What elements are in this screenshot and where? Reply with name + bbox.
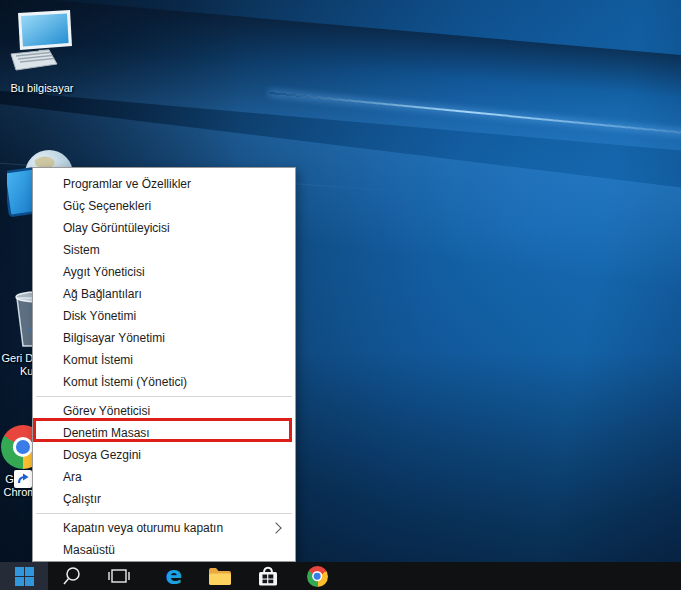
menu-item-command-prompt-admin[interactable]: Komut İstemi (Yönetici)	[33, 371, 295, 393]
menu-item-computer-management[interactable]: Bilgisayar Yönetimi	[33, 327, 295, 349]
menu-item-label: Programlar ve Özellikler	[63, 177, 191, 191]
menu-item-disk-management[interactable]: Disk Yönetimi	[33, 305, 295, 327]
menu-item-label: Sistem	[63, 243, 100, 257]
file-explorer-button[interactable]	[204, 562, 236, 590]
edge-icon: e	[166, 563, 183, 588]
menu-item-search[interactable]: Ara	[33, 466, 295, 488]
menu-item-label: Disk Yönetimi	[63, 309, 136, 323]
menu-item-label: Dosya Gezgini	[63, 448, 141, 462]
menu-item-label: Denetim Masası	[63, 426, 150, 440]
menu-item-label: Kapatın veya oturumu kapatın	[63, 521, 223, 535]
menu-item-system[interactable]: Sistem	[33, 239, 295, 261]
menu-item-label: Görev Yöneticisi	[63, 404, 150, 418]
chrome-button[interactable]	[301, 562, 333, 590]
menu-item-label: Güç Seçenekleri	[63, 199, 151, 213]
store-bag-icon	[256, 565, 280, 587]
chrome-icon	[307, 566, 328, 587]
wallpaper-light-streak	[270, 92, 681, 136]
menu-item-network-connections[interactable]: Ağ Bağlantıları	[33, 283, 295, 305]
menu-item-label: Komut İstemi	[63, 353, 133, 367]
shortcut-arrow-icon	[14, 470, 32, 488]
menu-item-event-viewer[interactable]: Olay Görüntüleyicisi	[33, 217, 295, 239]
search-button[interactable]	[56, 562, 88, 590]
menu-item-device-manager[interactable]: Aygıt Yöneticisi	[33, 261, 295, 283]
submenu-chevron-icon	[270, 522, 281, 533]
desktop-icon-label: Bu bilgisayar	[3, 82, 81, 95]
folder-icon	[208, 566, 232, 586]
menu-item-programs-and-features[interactable]: Programlar ve Özellikler	[33, 173, 295, 195]
menu-item-shutdown-or-signout[interactable]: Kapatın veya oturumu kapatın	[33, 517, 295, 539]
windows-logo-icon	[15, 567, 34, 586]
menu-item-power-options[interactable]: Güç Seçenekleri	[33, 195, 295, 217]
menu-separator	[36, 396, 292, 397]
task-view-icon	[107, 566, 131, 586]
menu-item-label: Ağ Bağlantıları	[63, 287, 142, 301]
menu-item-label: Komut İstemi (Yönetici)	[63, 375, 187, 389]
desktop-icon-this-pc[interactable]: Bu bilgisayar	[3, 10, 81, 95]
taskbar: e	[0, 562, 681, 590]
desktop: Bu bilgisayar	[0, 0, 681, 590]
start-button[interactable]	[0, 562, 48, 590]
menu-separator	[36, 513, 292, 514]
search-icon	[61, 565, 83, 587]
menu-item-task-manager[interactable]: Görev Yöneticisi	[33, 400, 295, 422]
this-pc-icon	[3, 10, 81, 78]
menu-item-label: Ara	[63, 470, 82, 484]
menu-item-run[interactable]: Çalıştır	[33, 488, 295, 510]
menu-item-label: Masaüstü	[63, 543, 115, 557]
menu-item-label: Aygıt Yöneticisi	[63, 265, 145, 279]
menu-item-desktop[interactable]: Masaüstü	[33, 539, 295, 561]
menu-item-label: Bilgisayar Yönetimi	[63, 331, 165, 345]
edge-button[interactable]: e	[158, 562, 190, 590]
menu-item-control-panel[interactable]: Denetim Masası	[33, 422, 295, 444]
menu-item-file-explorer[interactable]: Dosya Gezgini	[33, 444, 295, 466]
store-button[interactable]	[252, 562, 284, 590]
menu-item-label: Çalıştır	[63, 492, 101, 506]
winx-menu: Programlar ve ÖzelliklerGüç SeçenekleriO…	[32, 167, 296, 562]
task-view-button[interactable]	[103, 562, 135, 590]
menu-item-command-prompt[interactable]: Komut İstemi	[33, 349, 295, 371]
wallpaper-beam	[0, 0, 681, 159]
menu-item-label: Olay Görüntüleyicisi	[63, 221, 170, 235]
